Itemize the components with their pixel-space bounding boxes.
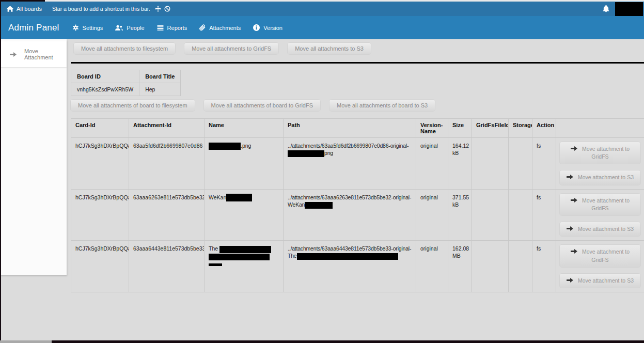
arrow-right-icon	[571, 198, 577, 204]
attachments-table: Card-Id Attachment-Id Name Path Version-…	[71, 118, 644, 292]
gridfsfileid-cell	[472, 138, 509, 190]
version-name-cell: original	[416, 189, 448, 241]
top-bar: All boards Star a board to add a shortcu…	[0, 2, 644, 16]
divider-line	[71, 62, 644, 64]
tab-attachments[interactable]: Attachments	[199, 24, 241, 31]
gridfsfileid-header: GridFsFileId	[472, 119, 509, 138]
size-cell: 371.55 kB	[448, 189, 472, 241]
action-cell: fs	[532, 138, 556, 190]
redacted-text	[226, 194, 252, 201]
move-attachment-s3-button[interactable]: Move attachment to S3	[560, 274, 640, 288]
path-line2-prefix: WeKan	[288, 201, 305, 208]
row-buttons-cell: Move attachment to GridFS Move attachmen…	[556, 241, 644, 292]
redacted-text	[209, 143, 241, 150]
action-cell: fs	[532, 241, 556, 292]
window-left-edge	[0, 0, 1, 343]
button-label: Move attachment to S3	[578, 226, 634, 232]
tab-settings[interactable]: Settings	[72, 24, 103, 31]
board-move-buttons: Move all attachments of board to filesys…	[71, 100, 644, 111]
size-cell: 162.08 MB	[448, 241, 472, 292]
arrow-right-icon	[571, 249, 577, 255]
attachment-id-cell: 63aaa6443e811e573db5be33	[129, 241, 205, 292]
row-buttons-cell: Move attachment to GridFS Move attachmen…	[556, 138, 644, 190]
ban-icon[interactable]	[164, 6, 170, 12]
move-attachment-gridfs-button[interactable]: Move attachment to GridFS	[560, 194, 640, 215]
global-move-buttons: Move all attachments to filesystem Move …	[74, 43, 644, 54]
storage-cell	[509, 189, 532, 241]
path-header: Path	[284, 119, 416, 138]
version-name-header: Version-Name	[416, 119, 448, 138]
path-cell: ../attachments/63aaa6443e811e573db5be33-…	[284, 241, 416, 292]
all-boards-link[interactable]: All boards	[7, 6, 42, 12]
move-attachment-s3-button[interactable]: Move attachment to S3	[560, 222, 640, 236]
move-all-filesystem-button[interactable]: Move all attachments to filesystem	[74, 43, 175, 54]
tab-people[interactable]: People	[115, 25, 144, 31]
board-title-value: Hep	[139, 83, 181, 96]
redacted-text	[297, 253, 398, 260]
arrow-right-icon	[10, 52, 17, 57]
action-header: Action	[532, 119, 556, 138]
all-boards-label: All boards	[17, 6, 42, 12]
people-icon	[115, 25, 123, 31]
button-label: Move attachment to GridFS	[582, 248, 630, 262]
name-prefix: WeKan	[209, 194, 226, 200]
path-line1: ../attachments/63aaa6443e811e573db5be33-…	[288, 245, 412, 252]
sidebar-item-label: Move Attachment	[24, 48, 67, 60]
board-id-value: vnhg5KsZsdPwXRh5W	[71, 83, 139, 96]
name-cell: The	[205, 241, 284, 292]
name-suffix: .png	[241, 143, 251, 149]
table-row: hCJ7kSg3hDXrBpQQa 63aaa6443e811e573db5be…	[71, 241, 644, 292]
account-menu-redacted[interactable]	[615, 2, 643, 17]
window-top-edge	[0, 0, 644, 2]
tab-reports[interactable]: Reports	[157, 25, 187, 31]
name-header: Name	[205, 119, 284, 138]
horizontal-scrollbar-thumb[interactable]	[0, 340, 52, 343]
redacted-text	[209, 254, 270, 260]
move-all-gridfs-button[interactable]: Move all attachments to GridFS	[184, 43, 278, 54]
shortcut-banner-text: Star a board to add a shortcut in this b…	[52, 6, 150, 12]
action-cell: fs	[532, 189, 556, 241]
page-title: Admin Panel	[8, 23, 59, 33]
info-icon	[253, 24, 260, 31]
tab-label: Attachments	[209, 25, 241, 31]
card-id-cell: hCJ7kSg3hDXrBpQQa	[71, 241, 129, 292]
name-cell: WeKan	[205, 189, 284, 241]
name-cell: .png	[205, 138, 284, 190]
board-id-header: Board ID	[71, 70, 139, 83]
shortcut-banner: Star a board to add a shortcut in this b…	[52, 6, 170, 12]
admin-tabs: Settings People Reports Attachments Vers…	[72, 24, 282, 31]
move-attachment-gridfs-button[interactable]: Move attachment to GridFS	[560, 142, 640, 164]
path-line2-prefix: The	[288, 253, 297, 259]
button-label: Move attachment to GridFS	[582, 146, 630, 160]
attachment-id-cell: 63aaa6263e811e573db5be32	[129, 189, 205, 241]
redacted-text	[219, 246, 271, 253]
board-row: vnhg5KsZsdPwXRh5W Hep	[71, 83, 181, 96]
sidebar-item-move-attachment[interactable]: Move Attachment	[0, 41, 67, 67]
window-corner-artifact	[0, 0, 45, 2]
attachments-admin-content: Move all attachments to filesystem Move …	[67, 39, 644, 343]
version-name-cell: original	[416, 138, 448, 190]
move-attachment-s3-button[interactable]: Move attachment to S3	[560, 170, 640, 184]
move-board-s3-button[interactable]: Move all attachments of board to S3	[329, 100, 435, 111]
gridfsfileid-cell	[472, 241, 509, 292]
size-header: Size	[448, 119, 472, 138]
board-title-header: Board Title	[139, 70, 181, 83]
admin-panel-bar: Admin Panel Settings People Reports Atta…	[0, 16, 644, 39]
tab-version[interactable]: Version	[253, 24, 282, 31]
storage-cell	[509, 138, 532, 190]
move-attachment-gridfs-button[interactable]: Move attachment to GridFS	[560, 245, 640, 267]
move-board-filesystem-button[interactable]: Move all attachments of board to filesys…	[71, 100, 195, 111]
redacted-text	[209, 263, 222, 266]
notifications-bell-icon[interactable]	[603, 5, 609, 12]
name-prefix: The	[209, 245, 218, 252]
move-all-s3-button[interactable]: Move all attachments to S3	[288, 43, 371, 54]
horizontal-scrollbar-track[interactable]	[0, 340, 644, 343]
paperclip-icon	[199, 24, 206, 31]
arrow-right-icon	[567, 226, 573, 232]
tab-label: People	[127, 25, 144, 31]
move-board-gridfs-button[interactable]: Move all attachments of board to GridFS	[204, 100, 320, 111]
move-icon[interactable]	[155, 6, 161, 12]
path-line1: ../attachments/63aaa6263e811e573db5be32-…	[288, 194, 412, 201]
card-id-header: Card-Id	[71, 119, 129, 138]
button-label: Move attachment to GridFS	[582, 197, 630, 211]
